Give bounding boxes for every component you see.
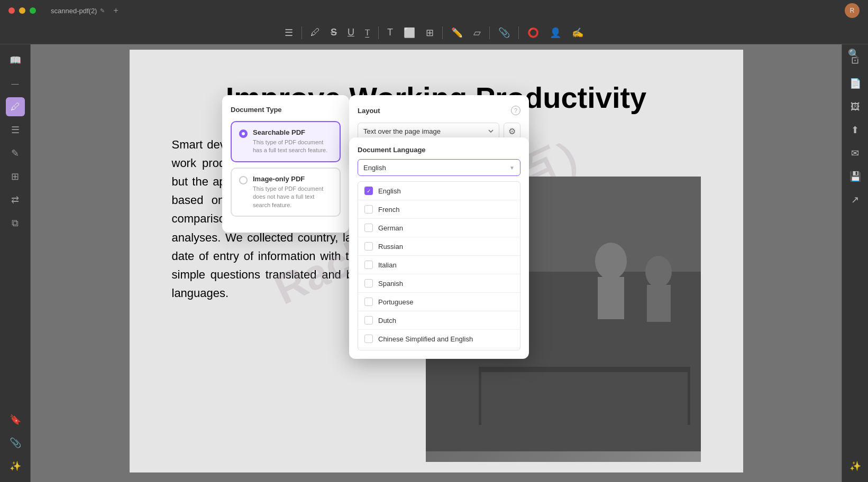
lang-checkbox-chinese-simplified xyxy=(364,335,373,343)
image-only-pdf-text: Image-only PDF This type of PDF document… xyxy=(253,175,332,209)
lang-item-french[interactable]: French xyxy=(358,200,520,219)
lang-label-french: French xyxy=(378,206,399,214)
lang-label-german: German xyxy=(378,224,403,232)
chevron-down-icon: ▼ xyxy=(509,165,515,171)
lang-item-dutch[interactable]: Dutch xyxy=(358,311,520,330)
lang-label-russian: Russian xyxy=(378,243,403,251)
lang-checkbox-french xyxy=(364,205,373,214)
lang-checkbox-russian xyxy=(364,242,373,251)
lang-checkbox-italian xyxy=(364,261,373,269)
doc-type-title: Document Type xyxy=(231,106,341,114)
language-list: English French German Russian Italian xyxy=(358,181,520,350)
layout-title: Layout xyxy=(358,107,380,115)
searchable-pdf-label: Searchable PDF xyxy=(253,128,332,136)
lang-checkbox-spanish xyxy=(364,279,373,288)
searchable-pdf-text: Searchable PDF This type of PDF document… xyxy=(253,128,332,155)
lang-checkbox-portuguese xyxy=(364,298,373,306)
lang-checkbox-dutch xyxy=(364,316,373,325)
lang-item-english[interactable]: English xyxy=(358,182,520,200)
language-dropdown-title: Document Language xyxy=(358,146,520,154)
lang-label-italian: Italian xyxy=(378,261,397,269)
lang-item-russian[interactable]: Russian xyxy=(358,237,520,256)
lang-item-spanish[interactable]: Spanish xyxy=(358,274,520,293)
layout-header: Layout ? xyxy=(358,106,520,115)
lang-label-dutch: Dutch xyxy=(378,317,396,325)
language-dropdown: Document Language English ▼ English Fren… xyxy=(349,137,529,359)
lang-item-italian[interactable]: Italian xyxy=(358,256,520,274)
lang-label-english: English xyxy=(378,187,401,195)
dialog-overlay: Document Type Searchable PDF This type o… xyxy=(0,0,868,482)
lang-label-portuguese: Portuguese xyxy=(378,298,414,306)
lang-label-spanish: Spanish xyxy=(378,280,403,288)
language-select-field[interactable]: English ▼ xyxy=(358,159,520,176)
lang-item-chinese-traditional[interactable]: Chinese Traditional and English xyxy=(358,348,520,350)
help-icon[interactable]: ? xyxy=(511,106,520,115)
lang-item-german[interactable]: German xyxy=(358,219,520,237)
lang-item-chinese-simplified[interactable]: Chinese Simplified and English xyxy=(358,330,520,348)
searchable-pdf-radio xyxy=(239,129,248,138)
searchable-pdf-option[interactable]: Searchable PDF This type of PDF document… xyxy=(231,121,341,162)
lang-checkbox-german xyxy=(364,224,373,232)
image-only-pdf-option[interactable]: Image-only PDF This type of PDF document… xyxy=(231,168,341,217)
lang-checkbox-english xyxy=(364,187,373,195)
image-only-pdf-desc: This type of PDF document does not have … xyxy=(253,185,332,209)
image-only-pdf-radio xyxy=(239,176,248,184)
searchable-pdf-desc: This type of PDF document has a full tex… xyxy=(253,138,332,155)
doc-type-panel: Document Type Searchable PDF This type o… xyxy=(222,95,349,233)
lang-label-chinese-simplified: Chinese Simplified and English xyxy=(378,335,473,343)
lang-item-portuguese[interactable]: Portuguese xyxy=(358,293,520,311)
image-only-pdf-label: Image-only PDF xyxy=(253,175,332,183)
language-current-value: English xyxy=(363,164,386,172)
